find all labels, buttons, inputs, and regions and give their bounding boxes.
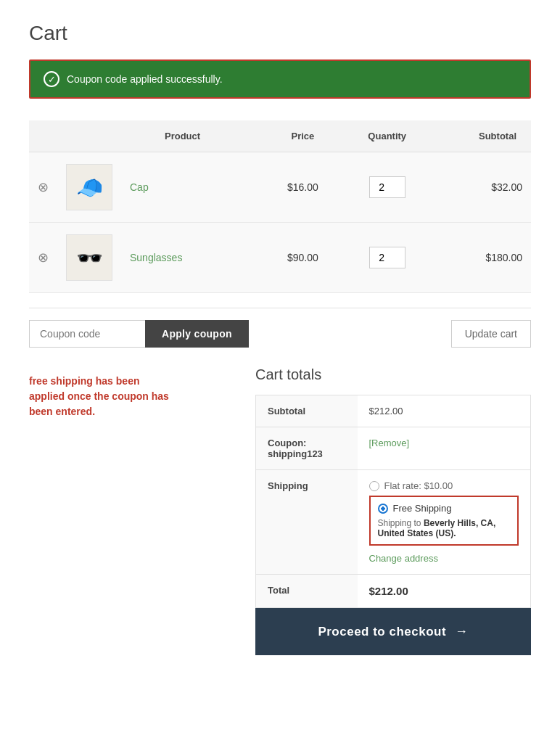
checkout-label: Proceed to checkout: [318, 625, 446, 639]
subtotal-cell: $32.00: [432, 152, 531, 223]
quantity-input[interactable]: [369, 176, 405, 198]
free-shipping-option[interactable]: Free Shipping: [378, 503, 511, 514]
total-row: Total $212.00: [256, 575, 531, 608]
product-image: 🧢: [66, 164, 112, 210]
free-shipping-radio[interactable]: [378, 504, 388, 514]
coupon-row-totals: Coupon: shipping123 [Remove]: [256, 427, 531, 470]
subtotal-value: $212.00: [358, 395, 531, 427]
subtotal-label: Subtotal: [256, 395, 358, 427]
change-address-link[interactable]: Change address: [369, 553, 519, 564]
product-link[interactable]: Sunglasses: [130, 252, 182, 263]
table-row: ⊗ 🧢 Cap $16.00 $32.00: [29, 152, 531, 223]
check-icon: ✓: [44, 71, 59, 87]
col-header-quantity: Quantity: [342, 120, 432, 152]
flat-rate-option[interactable]: Flat rate: $10.00: [369, 480, 519, 491]
shipping-label: Shipping: [256, 470, 358, 575]
checkout-section: Proceed to checkout →: [255, 608, 531, 655]
product-image: 🕶️: [66, 234, 112, 281]
free-shipping-label: Free Shipping: [393, 503, 452, 514]
coupon-input[interactable]: [29, 320, 145, 348]
coupon-left: Apply coupon: [29, 320, 249, 348]
subtotal-cell: $180.00: [432, 223, 531, 293]
success-banner: ✓ Coupon code applied successfully.: [29, 59, 531, 99]
product-link[interactable]: Cap: [130, 181, 149, 193]
checkout-button[interactable]: Proceed to checkout →: [255, 608, 531, 655]
cart-table: Product Price Quantity Subtotal ⊗ 🧢 Cap …: [29, 120, 531, 293]
flat-rate-label: Flat rate: $10.00: [384, 480, 453, 491]
annotation-text: free shipping has been applied once the …: [29, 374, 174, 419]
cart-totals-title: Cart totals: [255, 366, 531, 383]
arrow-icon: →: [455, 624, 469, 639]
cart-bottom-section: free shipping has been applied once the …: [29, 366, 531, 655]
total-label: Total: [256, 575, 358, 608]
total-amount: $212.00: [369, 585, 408, 597]
remove-item-button[interactable]: ⊗: [38, 250, 49, 265]
totals-table: Subtotal $212.00 Coupon: shipping123 [Re…: [255, 395, 531, 608]
total-value: $212.00: [358, 575, 531, 608]
remove-item-button[interactable]: ⊗: [38, 180, 49, 194]
col-header-price: Price: [263, 120, 342, 152]
remove-coupon-link[interactable]: [Remove]: [369, 438, 410, 448]
shipping-options-cell: Flat rate: $10.00 Free Shipping Shipping…: [358, 470, 531, 575]
col-header-product: Product: [121, 120, 263, 152]
subtotal-row: Subtotal $212.00: [256, 395, 531, 427]
success-banner-text: Coupon code applied successfully.: [67, 73, 223, 85]
apply-coupon-button[interactable]: Apply coupon: [145, 320, 249, 348]
free-shipping-highlighted: Free Shipping Shipping to Beverly Hills,…: [369, 496, 519, 546]
update-cart-button[interactable]: Update cart: [451, 320, 531, 348]
shipping-to-static: Shipping to: [378, 518, 424, 528]
price-cell: $90.00: [263, 223, 342, 293]
shipping-row: Shipping Flat rate: $10.00 Free Shipping…: [256, 470, 531, 575]
coupon-row: Apply coupon Update cart: [29, 308, 531, 359]
table-row: ⊗ 🕶️ Sunglasses $90.00 $180.00: [29, 223, 531, 293]
flat-rate-radio[interactable]: [369, 481, 379, 491]
col-header-subtotal: Subtotal: [432, 120, 531, 152]
price-cell: $16.00: [263, 152, 342, 223]
quantity-input[interactable]: [369, 247, 405, 268]
cart-totals-box: Cart totals Subtotal $212.00 Coupon: shi…: [255, 366, 531, 655]
shipping-to-text: Shipping to Beverly Hills, CA, United St…: [378, 518, 511, 538]
coupon-remove-cell: [Remove]: [358, 427, 531, 470]
coupon-label: Coupon: shipping123: [256, 427, 358, 470]
page-title: Cart: [29, 22, 531, 45]
